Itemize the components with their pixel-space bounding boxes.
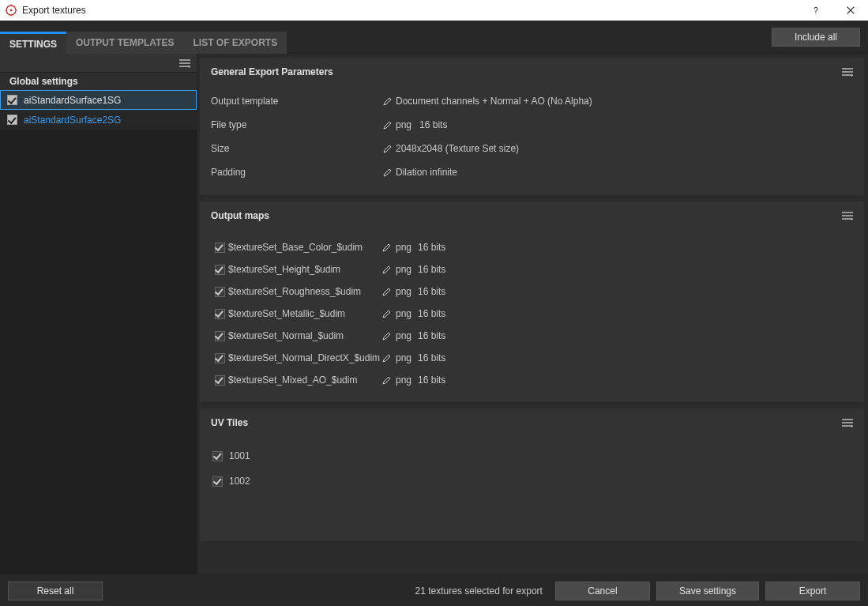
map-format: png bbox=[396, 308, 418, 319]
cancel-button[interactable]: Cancel bbox=[555, 582, 650, 600]
edit-icon[interactable] bbox=[378, 287, 396, 296]
checkbox[interactable] bbox=[215, 331, 225, 341]
uv-tile-row: 1001 bbox=[211, 446, 853, 465]
map-name: $textureSet_Normal_$udim bbox=[228, 330, 378, 341]
global-settings-label[interactable]: Global settings bbox=[0, 73, 197, 90]
map-format: png bbox=[396, 264, 418, 275]
help-button[interactable]: ? bbox=[798, 0, 833, 21]
sidebar-header bbox=[0, 54, 197, 73]
edit-icon[interactable] bbox=[378, 375, 396, 385]
general-panel: General Export Parameters Output templat… bbox=[199, 57, 865, 196]
output-maps-panel: Output maps $textureSet_Base_Color_$udim… bbox=[199, 201, 865, 403]
edit-icon[interactable] bbox=[378, 353, 396, 363]
checkbox[interactable] bbox=[215, 353, 225, 363]
map-bits: 16 bits bbox=[418, 375, 445, 386]
tab-settings[interactable]: Settings bbox=[0, 32, 66, 54]
tab-list-of-exports[interactable]: List of Exports bbox=[183, 32, 287, 54]
reset-all-button[interactable]: Reset all bbox=[8, 582, 103, 600]
map-format: png bbox=[396, 286, 418, 297]
checkbox[interactable] bbox=[215, 375, 225, 386]
main: Global settings aiStandardSurface1SGaiSt… bbox=[0, 54, 868, 574]
sidebar-item-label: aiStandardSurface1SG bbox=[24, 95, 121, 106]
general-title: General Export Parameters bbox=[211, 66, 842, 77]
map-name: $textureSet_Roughness_$udim bbox=[228, 286, 378, 297]
checkbox[interactable] bbox=[215, 287, 225, 297]
checkbox[interactable] bbox=[7, 95, 17, 105]
uv-tiles-panel: UV Tiles 10011002 bbox=[199, 408, 865, 542]
panel-menu-icon[interactable] bbox=[842, 418, 853, 427]
tabs: Settings Output Templates List of Export… bbox=[0, 21, 287, 54]
export-button[interactable]: Export bbox=[765, 582, 860, 600]
checkbox[interactable] bbox=[7, 115, 17, 125]
checkbox[interactable] bbox=[212, 451, 223, 461]
param-label: File type bbox=[211, 119, 380, 130]
output-map-row: $textureSet_Base_Color_$udimpng16 bits bbox=[211, 236, 853, 258]
sidebar-item-aiStandardSurface1SG[interactable]: aiStandardSurface1SG bbox=[0, 90, 197, 110]
param-label: Output template bbox=[211, 96, 380, 107]
edit-icon[interactable] bbox=[380, 96, 396, 106]
tab-label: List of Exports bbox=[193, 37, 277, 48]
tab-output-templates[interactable]: Output Templates bbox=[66, 32, 183, 54]
param-row: PaddingDilation infinite bbox=[211, 160, 853, 184]
sidebar: Global settings aiStandardSurface1SGaiSt… bbox=[0, 54, 197, 574]
panel-menu-icon[interactable] bbox=[842, 67, 853, 77]
content: General Export Parameters Output templat… bbox=[197, 54, 868, 574]
checkbox[interactable] bbox=[212, 476, 223, 487]
tab-label: Output Templates bbox=[76, 37, 174, 48]
map-format: png bbox=[396, 330, 418, 341]
param-value: png16 bits bbox=[396, 119, 447, 130]
map-name: $textureSet_Normal_DirectX_$udim bbox=[228, 352, 378, 363]
edit-icon[interactable] bbox=[378, 309, 396, 318]
edit-icon[interactable] bbox=[380, 120, 396, 130]
output-map-row: $textureSet_Normal_$udimpng16 bits bbox=[211, 325, 853, 347]
map-name: $textureSet_Height_$udim bbox=[228, 264, 378, 275]
map-format: png bbox=[396, 352, 418, 363]
checkbox[interactable] bbox=[215, 265, 225, 275]
app-icon bbox=[5, 4, 17, 17]
map-bits: 16 bits bbox=[418, 242, 445, 253]
map-bits: 16 bits bbox=[418, 308, 445, 319]
uv-tile-id: 1002 bbox=[229, 476, 250, 487]
uv-tile-id: 1001 bbox=[229, 450, 250, 461]
map-name: $textureSet_Mixed_AO_$udim bbox=[228, 375, 378, 386]
edit-icon[interactable] bbox=[380, 167, 396, 177]
output-maps-title: Output maps bbox=[211, 210, 842, 221]
output-map-row: $textureSet_Mixed_AO_$udimpng16 bits bbox=[211, 369, 853, 391]
svg-point-1 bbox=[10, 9, 13, 12]
checkbox[interactable] bbox=[215, 309, 225, 319]
output-map-row: $textureSet_Metallic_$udimpng16 bits bbox=[211, 303, 853, 325]
param-value: 2048x2048 (Texture Set size) bbox=[396, 143, 519, 154]
uv-tile-row: 1002 bbox=[211, 472, 853, 491]
param-value: Dilation infinite bbox=[396, 167, 457, 178]
bottom-bar: Reset all 21 textures selected for expor… bbox=[0, 574, 868, 606]
edit-icon[interactable] bbox=[378, 243, 396, 252]
include-all-label: Include all bbox=[795, 32, 837, 43]
uv-tiles-title: UV Tiles bbox=[211, 417, 842, 428]
map-format: png bbox=[396, 375, 418, 386]
tab-label: Settings bbox=[9, 39, 57, 50]
sidebar-item-aiStandardSurface2SG[interactable]: aiStandardSurface2SG bbox=[0, 110, 197, 130]
panel-menu-icon[interactable] bbox=[842, 211, 853, 220]
status-text: 21 textures selected for export bbox=[103, 585, 555, 597]
map-name: $textureSet_Base_Color_$udim bbox=[228, 242, 378, 253]
edit-icon[interactable] bbox=[378, 331, 396, 341]
output-map-row: $textureSet_Normal_DirectX_$udimpng16 bi… bbox=[211, 347, 853, 369]
param-label: Padding bbox=[211, 167, 380, 178]
param-row: Size2048x2048 (Texture Set size) bbox=[211, 137, 853, 160]
svg-text:?: ? bbox=[814, 6, 818, 15]
map-name: $textureSet_Metallic_$udim bbox=[228, 308, 378, 319]
window-title: Export textures bbox=[22, 5, 798, 16]
param-value: Document channels + Normal + AO (No Alph… bbox=[396, 96, 592, 107]
filter-icon[interactable] bbox=[179, 58, 190, 68]
map-bits: 16 bits bbox=[418, 352, 445, 363]
save-settings-button[interactable]: Save settings bbox=[656, 582, 759, 600]
sidebar-item-label: aiStandardSurface2SG bbox=[24, 115, 121, 126]
checkbox[interactable] bbox=[215, 243, 225, 253]
include-all-button[interactable]: Include all bbox=[772, 28, 860, 47]
map-bits: 16 bits bbox=[418, 286, 445, 297]
map-bits: 16 bits bbox=[418, 330, 445, 341]
close-button[interactable] bbox=[833, 0, 868, 21]
edit-icon[interactable] bbox=[378, 265, 396, 274]
map-bits: 16 bits bbox=[418, 264, 445, 275]
edit-icon[interactable] bbox=[380, 144, 396, 153]
